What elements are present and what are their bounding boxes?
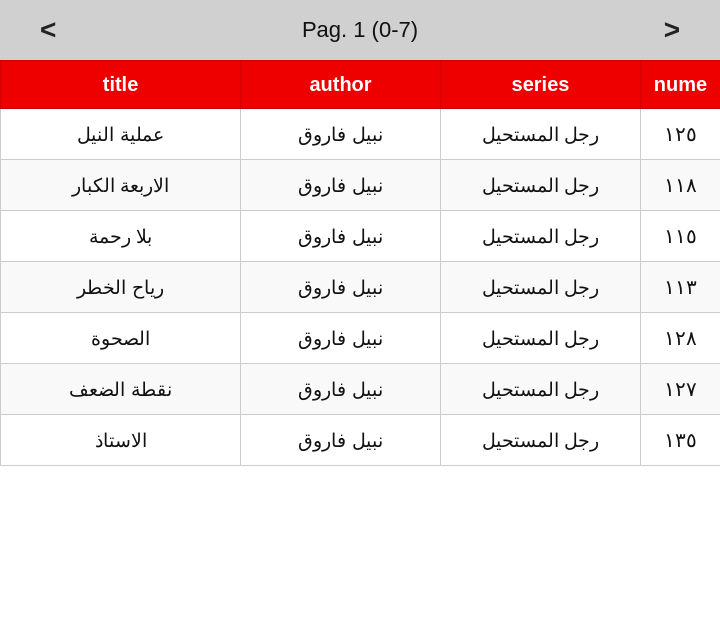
header-author: author bbox=[241, 61, 441, 109]
cell-series: رجل المستحيل bbox=[441, 211, 641, 262]
cell-num: ١٣٥ bbox=[641, 415, 721, 466]
cell-title: الاربعة الكبار bbox=[1, 160, 241, 211]
header-num: nume bbox=[641, 61, 721, 109]
cell-author: نبيل فاروق bbox=[241, 415, 441, 466]
page-info: Pag. 1 (0-7) bbox=[302, 17, 418, 43]
cell-author: نبيل فاروق bbox=[241, 262, 441, 313]
cell-series: رجل المستحيل bbox=[441, 364, 641, 415]
prev-button[interactable]: < bbox=[20, 9, 76, 51]
cell-series: رجل المستحيل bbox=[441, 109, 641, 160]
table-container: title author series nume عملية النيلنبيل… bbox=[0, 60, 720, 466]
cell-series: رجل المستحيل bbox=[441, 160, 641, 211]
cell-author: نبيل فاروق bbox=[241, 160, 441, 211]
cell-series: رجل المستحيل bbox=[441, 415, 641, 466]
cell-title: الاستاذ bbox=[1, 415, 241, 466]
cell-num: ١٢٧ bbox=[641, 364, 721, 415]
cell-title: عملية النيل bbox=[1, 109, 241, 160]
header-series: series bbox=[441, 61, 641, 109]
table-row[interactable]: عملية النيلنبيل فاروقرجل المستحيل١٢٥ bbox=[1, 109, 721, 160]
cell-title: بلا رحمة bbox=[1, 211, 241, 262]
table-row[interactable]: نقطة الضعفنبيل فاروقرجل المستحيل١٢٧ bbox=[1, 364, 721, 415]
cell-title: الصحوة bbox=[1, 313, 241, 364]
cell-num: ١٢٨ bbox=[641, 313, 721, 364]
cell-author: نبيل فاروق bbox=[241, 313, 441, 364]
cell-title: نقطة الضعف bbox=[1, 364, 241, 415]
cell-author: نبيل فاروق bbox=[241, 211, 441, 262]
table-header-row: title author series nume bbox=[1, 61, 721, 109]
cell-num: ١١٨ bbox=[641, 160, 721, 211]
header-title: title bbox=[1, 61, 241, 109]
cell-author: نبيل فاروق bbox=[241, 109, 441, 160]
table-row[interactable]: الصحوةنبيل فاروقرجل المستحيل١٢٨ bbox=[1, 313, 721, 364]
table-row[interactable]: رياح الخطرنبيل فاروقرجل المستحيل١١٣ bbox=[1, 262, 721, 313]
table-row[interactable]: بلا رحمةنبيل فاروقرجل المستحيل١١٥ bbox=[1, 211, 721, 262]
cell-num: ١١٣ bbox=[641, 262, 721, 313]
cell-series: رجل المستحيل bbox=[441, 313, 641, 364]
next-button[interactable]: > bbox=[644, 9, 700, 51]
books-table: title author series nume عملية النيلنبيل… bbox=[0, 60, 720, 466]
cell-author: نبيل فاروق bbox=[241, 364, 441, 415]
cell-title: رياح الخطر bbox=[1, 262, 241, 313]
cell-num: ١٢٥ bbox=[641, 109, 721, 160]
cell-series: رجل المستحيل bbox=[441, 262, 641, 313]
cell-num: ١١٥ bbox=[641, 211, 721, 262]
table-row[interactable]: الاربعة الكبارنبيل فاروقرجل المستحيل١١٨ bbox=[1, 160, 721, 211]
table-row[interactable]: الاستاذنبيل فاروقرجل المستحيل١٣٥ bbox=[1, 415, 721, 466]
top-nav: < Pag. 1 (0-7) > bbox=[0, 0, 720, 60]
